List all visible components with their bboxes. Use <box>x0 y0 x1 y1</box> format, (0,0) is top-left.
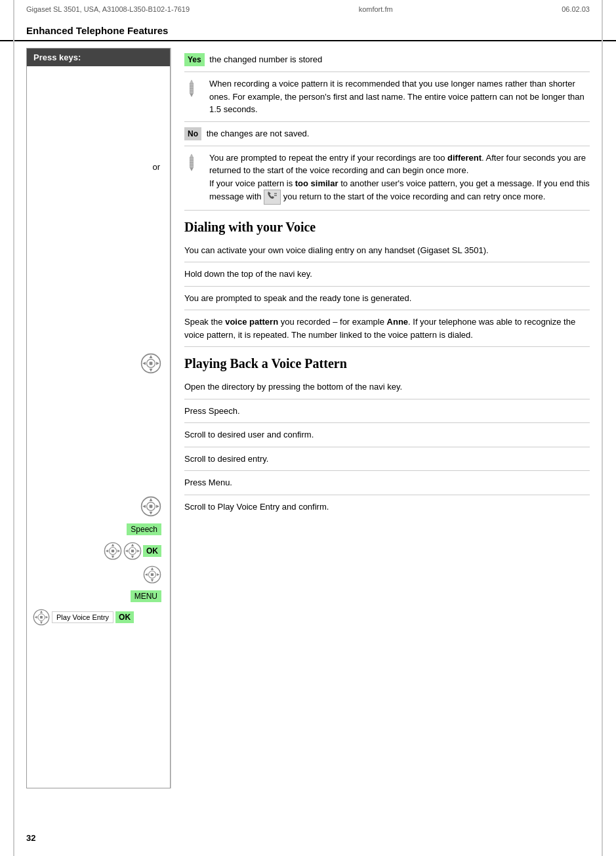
left-column: Press keys: or <box>26 48 171 788</box>
section-title: Enhanced Telephone Features <box>0 18 616 41</box>
playback-text-1: Open the directory by pressing the botto… <box>184 380 590 394</box>
svg-rect-34 <box>151 573 154 576</box>
svg-marker-40 <box>46 616 49 619</box>
svg-marker-23 <box>131 544 134 546</box>
dialing-p4: Speak the voice pattern you recorded – f… <box>184 310 590 347</box>
svg-marker-19 <box>117 550 120 552</box>
svg-marker-31 <box>151 579 154 582</box>
no-text: No the changes are not saved. <box>184 127 590 140</box>
pencil-icon-2 <box>184 153 199 171</box>
svg-marker-9 <box>150 498 153 501</box>
svg-marker-5 <box>156 362 159 365</box>
play-voice-row: Play Voice Entry OK <box>30 606 167 628</box>
svg-rect-27 <box>131 550 134 552</box>
yes-text: Yes the changed number is stored <box>184 53 590 66</box>
playback-step-3: Scroll to desired user and confirm. <box>184 423 590 447</box>
svg-marker-30 <box>151 567 154 570</box>
navi-key-small-1 <box>104 542 122 560</box>
svg-marker-42 <box>190 80 194 84</box>
dialing-p3: You are prompted to speak and the ready … <box>184 287 590 311</box>
svg-marker-16 <box>112 544 114 546</box>
speech-button[interactable]: Speech <box>127 523 161 535</box>
dialing-text-1: You can activate your own voice dialing … <box>184 244 590 257</box>
note-icon-1 <box>184 79 204 99</box>
svg-marker-39 <box>35 616 37 619</box>
page-number: 32 <box>26 833 35 843</box>
note-box-1: When recording a voice pattern it is rec… <box>184 72 590 122</box>
yes-badge: Yes <box>184 53 205 66</box>
svg-marker-12 <box>156 505 159 508</box>
ok-button-1[interactable]: OK <box>143 545 161 557</box>
svg-marker-38 <box>40 622 43 624</box>
playback-text-4: Scroll to desired entry. <box>184 453 590 466</box>
playback-step-4: Scroll to desired entry. <box>184 447 590 472</box>
header-right: 06.02.03 <box>562 5 590 13</box>
play-voice-button[interactable]: Play Voice Entry <box>52 611 113 623</box>
playback-step-6: Scroll to Play Voice Entry and confirm. <box>184 495 590 519</box>
dialing-p2: Hold down the top of the navi key. <box>184 262 590 287</box>
svg-marker-44 <box>190 93 194 97</box>
svg-marker-17 <box>112 556 114 558</box>
svg-rect-20 <box>112 550 114 552</box>
svg-rect-6 <box>150 362 153 365</box>
note-box-2: You are prompted to repeat the entry if … <box>184 146 590 211</box>
svg-marker-48 <box>190 153 194 157</box>
svg-marker-4 <box>142 362 146 365</box>
svg-marker-3 <box>150 369 153 372</box>
svg-rect-13 <box>150 505 153 508</box>
navi-key-small-4 <box>33 609 50 626</box>
svg-rect-41 <box>40 616 43 619</box>
header-left: Gigaset SL 3501, USA, A31008-L350-B102-1… <box>26 5 190 13</box>
navi-key-row-1 <box>30 350 167 377</box>
right-column: Yes the changed number is stored <box>171 48 590 788</box>
no-row: No the changes are not saved. <box>184 122 590 146</box>
dialing-text-3: You are prompted to speak and the ready … <box>184 292 590 305</box>
note-text-1: When recording a voice pattern it is rec… <box>209 77 590 116</box>
svg-marker-10 <box>150 512 153 515</box>
yes-row: Yes the changed number is stored <box>184 48 590 72</box>
menu-key-row: MENU <box>30 586 167 606</box>
main-content: Press keys: or <box>0 48 616 788</box>
navi-key-small-3 <box>143 565 161 584</box>
no-description: the changes are not saved. <box>207 129 310 138</box>
playback-text-3: Scroll to desired user and confirm. <box>184 428 590 441</box>
dialing-text-4: Speak the voice pattern you recorded – f… <box>184 316 590 341</box>
speech-key-row: Speech <box>30 520 167 539</box>
navi-key-icon-1 <box>140 353 161 374</box>
navi-key-small-2 <box>123 542 142 560</box>
svg-marker-2 <box>150 355 153 358</box>
playback-text-6: Scroll to Play Voice Entry and confirm. <box>184 500 590 514</box>
press-keys-header: Press keys: <box>27 49 170 66</box>
playback-step-5: Press Menu. <box>184 471 590 495</box>
ok-button-2[interactable]: OK <box>115 611 134 623</box>
playback-text-2: Press Speech. <box>184 405 590 418</box>
menu-button[interactable]: MENU <box>131 590 161 602</box>
phone-key-icon <box>264 190 281 205</box>
playback-heading: Playing Back a Voice Pattern <box>184 347 590 375</box>
playback-step-1: Open the directory by pressing the botto… <box>184 375 590 399</box>
pencil-icon-1 <box>184 79 199 97</box>
navi-key-icon-2 <box>140 496 161 517</box>
svg-marker-18 <box>106 550 108 552</box>
or-label: or <box>30 161 167 173</box>
svg-marker-33 <box>157 573 159 576</box>
page-footer: 32 <box>26 833 35 843</box>
note-icon-2 <box>184 153 204 173</box>
scroll-row <box>30 563 167 586</box>
svg-marker-50 <box>190 167 194 171</box>
svg-marker-37 <box>40 611 43 613</box>
playback-step-2: Press Speech. <box>184 399 590 424</box>
note-text-2: You are prompted to repeat the entry if … <box>209 152 590 205</box>
dialing-p1: You can activate your own voice dialing … <box>184 239 590 263</box>
scroll-confirm-row: OK <box>30 539 167 563</box>
navi-key-row-2 <box>30 493 167 520</box>
svg-marker-26 <box>137 550 140 552</box>
dialing-text-2: Hold down the top of the navi key. <box>184 268 590 281</box>
header-center: komfort.fm <box>359 5 393 13</box>
svg-marker-25 <box>125 550 128 552</box>
page-header: Gigaset SL 3501, USA, A31008-L350-B102-1… <box>0 0 616 18</box>
left-col-body: or <box>27 66 170 788</box>
yes-description: the changed number is stored <box>209 54 322 64</box>
playback-text-5: Press Menu. <box>184 476 590 489</box>
svg-marker-24 <box>131 556 134 558</box>
